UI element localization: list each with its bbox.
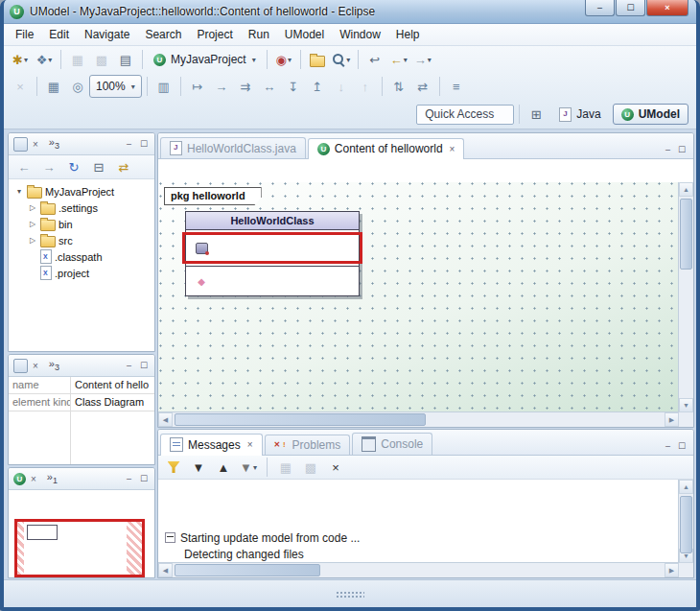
toolbar-button[interactable]: ▦ — [274, 457, 297, 478]
editor-vertical-scrollbar[interactable]: ▲ ▼ — [678, 182, 693, 412]
menu-item[interactable]: Project — [189, 25, 240, 44]
minimize-view-button[interactable]: – — [664, 145, 672, 154]
tree-expander-icon[interactable]: ▷ — [28, 236, 37, 245]
dropdown-arrow-icon[interactable]: ▾ — [346, 56, 350, 64]
view-close-icon[interactable]: × — [31, 474, 36, 484]
tab-messages[interactable]: Messages × — [160, 434, 263, 456]
open-perspective-button[interactable]: ⊞ — [525, 104, 548, 125]
tab-problems[interactable]: Problems — [265, 435, 351, 455]
toolbar-button[interactable]: ⇅ — [387, 76, 410, 97]
tab-close-icon[interactable]: × — [450, 144, 455, 154]
column-header-name[interactable]: name — [9, 377, 71, 393]
toolbar-button[interactable]: ▩ — [299, 457, 322, 478]
scroll-up-icon[interactable]: ▲ — [679, 480, 693, 494]
toolbar-button[interactable]: ⇄ — [112, 156, 135, 177]
maximize-button[interactable]: ☐ — [616, 0, 645, 16]
toolbar-button[interactable]: ↑ — [354, 76, 377, 97]
dropdown-arrow-icon[interactable]: ▾ — [252, 56, 256, 64]
toolbar-button[interactable]: ⊟ — [87, 156, 110, 177]
toolbar-button[interactable]: ← — [12, 156, 35, 177]
tab-close-icon[interactable]: × — [247, 439, 253, 450]
column-header-value[interactable]: Content of hello — [71, 377, 154, 393]
messages-horizontal-scrollbar[interactable]: ◀ ▶ — [158, 562, 679, 577]
toolbar-button[interactable]: ▩ — [90, 49, 113, 70]
toolbar-button[interactable]: ↓ — [330, 76, 353, 97]
minimize-button[interactable]: – — [585, 0, 615, 16]
editor-horizontal-scrollbar[interactable]: ◀ ▶ — [158, 411, 679, 427]
toolbar-button[interactable]: →▾ — [411, 49, 434, 70]
message-line[interactable]: Detecting changed files — [158, 546, 679, 562]
scroll-left-icon[interactable]: ◀ — [158, 412, 173, 427]
class-operations-compartment[interactable] — [186, 267, 359, 295]
toolbar-button[interactable]: ↔ — [258, 76, 281, 97]
tree-expander-icon[interactable]: ▾ — [14, 187, 24, 196]
tree-item[interactable]: .classpath — [9, 248, 154, 265]
toolbar-button[interactable]: ▦ — [42, 76, 65, 97]
title-bar[interactable]: UModel - MyJavaProject::helloworld::Cont… — [4, 0, 696, 24]
minimize-view-button[interactable]: – — [125, 361, 133, 370]
menu-item[interactable]: UModel — [277, 25, 332, 44]
tree-expander-icon[interactable]: ▷ — [28, 220, 37, 228]
scrollbar-track[interactable] — [679, 494, 693, 549]
menu-item[interactable]: Run — [241, 25, 277, 44]
scrollbar-thumb[interactable] — [175, 564, 320, 576]
dropdown-arrow-icon[interactable]: ▾ — [404, 56, 408, 64]
dropdown-arrow-icon[interactable]: ▾ — [131, 82, 135, 91]
toolbar-button[interactable]: ▤ — [114, 49, 137, 70]
tree-item[interactable]: .project — [9, 265, 154, 281]
properties-header[interactable]: × »3 – ☐ — [9, 355, 154, 377]
dropdown-arrow-icon[interactable]: ▾ — [24, 56, 28, 64]
minimize-view-button[interactable]: – — [125, 474, 133, 483]
tree-item[interactable]: ▷ .settings — [9, 200, 154, 216]
toolbar-button[interactable]: ⇄ — [411, 76, 434, 97]
toolbar-button[interactable]: ▾ — [330, 49, 353, 70]
tree-expander-icon[interactable]: ▷ — [28, 203, 37, 212]
scrollbar-track[interactable] — [679, 197, 693, 398]
menu-item[interactable]: Help — [388, 25, 428, 44]
toolbar-button[interactable]: ↥ — [306, 76, 329, 97]
toolbar-button[interactable]: ↩ — [363, 49, 386, 70]
menu-item[interactable]: Search — [137, 25, 189, 44]
scroll-up-icon[interactable]: ▲ — [679, 182, 693, 197]
menu-item[interactable]: Edit — [41, 25, 77, 44]
toolbar-button[interactable]: ←▾ — [387, 49, 410, 70]
project-combo[interactable]: MyJavaProject ▾ — [148, 49, 262, 70]
overview-header[interactable]: × »1 – ☐ — [9, 468, 154, 490]
dropdown-arrow-icon[interactable]: ▾ — [48, 56, 52, 64]
minimize-view-button[interactable]: – — [664, 441, 672, 451]
toolbar-button[interactable]: ◉▾ — [272, 49, 295, 70]
collapse-expander-icon[interactable] — [165, 532, 175, 543]
class-box[interactable]: HelloWorldClass — [185, 211, 360, 296]
view-stack-indicator[interactable]: »3 — [49, 136, 59, 151]
toolbar-button[interactable]: ⇉ — [234, 76, 257, 97]
toolbar-button[interactable]: ❖▾ — [33, 49, 56, 70]
maximize-view-button[interactable]: ☐ — [138, 361, 150, 370]
view-close-icon[interactable]: × — [33, 139, 38, 150]
menu-item[interactable]: Window — [332, 25, 388, 44]
maximize-view-button[interactable]: ☐ — [676, 145, 688, 154]
maximize-view-button[interactable]: ☐ — [676, 441, 688, 451]
toolbar-button[interactable]: ▼ — [187, 457, 210, 478]
toolbar-button[interactable] — [306, 49, 329, 70]
toolbar-button[interactable]: × — [9, 76, 32, 97]
dropdown-arrow-icon[interactable]: ▾ — [288, 56, 292, 64]
tree-item[interactable]: ▷ bin — [9, 216, 154, 232]
class-name[interactable]: HelloWorldClass — [186, 212, 359, 230]
diagram-canvas[interactable]: pkg helloworld HelloWorldClass — [158, 182, 679, 412]
toolbar-button[interactable]: ◎ — [66, 76, 89, 97]
zoom-combo[interactable]: 100% ▾ — [89, 75, 142, 98]
editor-tab-java-file[interactable]: HelloWorldClass.java — [160, 137, 306, 158]
scrollbar-track[interactable] — [173, 412, 665, 427]
toolbar-button[interactable]: ▦ — [66, 49, 89, 70]
perspective-umodel[interactable]: UModel — [613, 104, 688, 125]
toolbar-button[interactable]: → — [210, 76, 233, 97]
scroll-down-icon[interactable]: ▼ — [679, 398, 693, 412]
view-stack-indicator[interactable]: »1 — [47, 471, 58, 485]
toolbar-button[interactable]: ▼▾ — [237, 457, 260, 478]
scrollbar-thumb[interactable] — [680, 199, 692, 270]
scrollbar-thumb[interactable] — [680, 496, 692, 553]
editor-tab-diagram[interactable]: Content of helloworld × — [308, 138, 465, 159]
tree-item[interactable]: ▷ src — [9, 232, 154, 248]
class-properties-compartment[interactable] — [186, 230, 359, 267]
dropdown-arrow-icon[interactable]: ▾ — [428, 56, 432, 64]
